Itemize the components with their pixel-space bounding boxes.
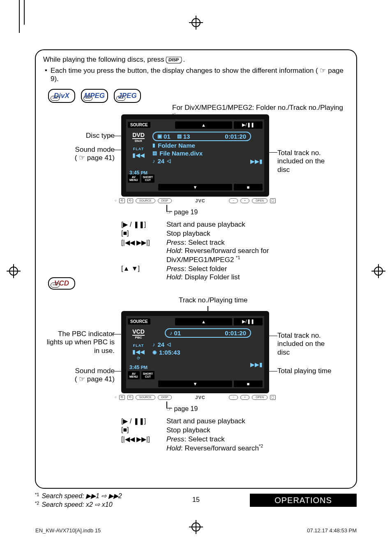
folder-name: Folder Name [158,142,195,149]
vcd-badge: VCD [48,277,75,290]
short-cut-button[interactable]: SHORT CUT [141,174,155,183]
file-name: File Name.divx [159,150,203,157]
next-track-button[interactable]: ▶▶▮ [250,361,263,368]
clock-time: 3:45 [129,364,139,370]
press-label: Press [166,435,184,443]
note-icon: ♪ [152,158,155,164]
bezel-button[interactable]: ⟲ [119,198,125,203]
bullet-icon: • [45,66,47,83]
intro-bullet: • Each time you press the button, the di… [45,66,349,83]
vol-up-button[interactable]: + [240,395,249,400]
av-menu-button[interactable]: AV MENU [128,371,140,379]
av-menu-button[interactable]: AV MENU [128,174,140,183]
control-row: [▶ / ❚❚] Start and pause playback [121,417,327,425]
pbc-label: The PBC indicator lights up when PBC is … [41,330,115,355]
short-cut-button[interactable]: SHORT CUT [141,371,155,379]
lcd-area: ♪01 0:01:20 ♪24◁ ◉1:05:43 [152,328,262,368]
total-tracks: 24 [158,341,165,348]
next-track-button[interactable]: ▶▶▮ [250,158,263,165]
stop-button[interactable]: ■ [234,381,263,387]
hold-text: : Display Folder list [181,273,240,281]
jpeg-badge: JPEG [114,89,141,103]
source-button[interactable]: SOURCE [128,122,150,128]
source-bezel-button[interactable]: SOURCE [136,395,155,400]
up-button[interactable]: ▲ [175,121,232,129]
source-bezel-button[interactable]: SOURCE [136,198,155,203]
vol-up-button[interactable]: + [240,198,249,203]
file-icon: ▤ [152,150,157,156]
bezel-button[interactable]: ⟲ [119,395,125,400]
stop-button[interactable]: ■ [234,184,263,190]
control-desc: Start and pause playback [166,220,327,229]
open-button[interactable]: OPEN [252,198,267,203]
disp-bezel-button[interactable]: DISP [158,395,172,400]
play-pause-button[interactable]: ▶/❚❚ [234,318,263,325]
prev-track-button[interactable]: ▮◀◀ [127,348,150,355]
down-button[interactable]: ▼ [158,184,232,190]
play-time: 0:01:20 [225,133,246,140]
play-pause-button[interactable]: ▶/❚❚ [234,121,263,129]
control-desc: Start and pause playback [166,417,327,425]
control-row: [▶ / ❚❚] Start and pause playback [121,220,327,229]
vol-down-button[interactable]: − [229,198,238,203]
press-text: : Select track [184,239,224,246]
disc-icon [51,96,60,101]
disc-icon: ◉ [152,349,157,355]
bezel-button[interactable]: ▢ [270,395,276,400]
section-tab: OPERATIONS [250,494,357,507]
control-key: [|◀◀ ▶▶|] [121,239,166,246]
bezel-button[interactable]: ⟲ [127,395,133,400]
up-button[interactable]: ▲ [175,318,232,325]
note-icon: ♪ [170,330,173,336]
control-desc: Press: Select track Hold: Reverse/forwar… [166,435,327,453]
disc-icon [83,96,92,101]
intro-prefix: While playing the following discs, press [43,55,164,65]
disc-icon [116,96,125,101]
sound-mode-label: Sound mode ( ☞ page 41) [49,146,115,162]
intro-bullet-text: Each time you press the button, the disp… [51,66,349,83]
control-desc: Stop playback [166,426,327,434]
track-no: 01 [174,330,181,337]
head-unit-display: SOURCE ▲ ▶/❚❚ DVD DivX FLAT ▮◀◀ 3:45 PM [121,114,269,197]
controls-table: [▶ / ❚❚] Start and pause playback [■] St… [121,220,327,282]
lcd-area: ▣ 01 ▤13 0:01:20 ▮Folder Name ▤File Name… [152,132,262,171]
disc-type-indicator: DVD [132,132,145,139]
control-desc: Press: Select folder Hold: Display Folde… [166,265,327,281]
press-label: Press [166,239,184,246]
control-desc: Press: Select track Hold: Reverse/forwar… [166,239,327,264]
disc-subtype-indicator: DivX [127,139,150,143]
device-bezel: ○ ⟲ ⟲ SOURCE DISP JVC − + OPEN ▢ [115,393,276,402]
vol-down-button[interactable]: − [229,395,238,400]
registration-mark-icon [9,267,18,276]
intro-line: While playing the following discs, press… [43,55,349,65]
open-button[interactable]: OPEN [252,395,267,400]
press-label: Press [166,265,184,273]
hold-label: Hold [166,444,181,452]
device-left-panel: DVD DivX FLAT ▮◀◀ 3:45 PM [127,132,150,176]
format-badge-row: DivX MPEG JPEG [48,89,349,103]
source-button[interactable]: SOURCE [128,318,150,325]
disc-icon [51,283,60,288]
bezel-button[interactable]: ▢ [270,198,276,203]
control-key: [■] [121,230,166,237]
top-callout: Track no./Playing time [179,296,248,304]
sound-mode-label: Sound mode ( ☞ page 41) [49,367,115,384]
section1-diagram: For DivX/MPEG1/MPEG2: Folder no./Track n… [43,106,349,299]
hold-text: : Reverse/forward search for DivX/MPEG1/… [166,247,269,264]
prev-track-button[interactable]: ▮◀◀ [127,152,150,158]
controls-table: [▶ / ❚❚] Start and pause playback [■] St… [121,416,327,453]
down-button[interactable]: ▼ [158,381,232,387]
arrow-left-icon: ◁ [167,341,171,347]
disp-bezel-button[interactable]: DISP [158,198,172,203]
control-key: [▶ / ❚❚] [121,417,166,425]
footer-right: 07.12.17 4:48:53 PM [307,527,357,534]
reset-icon: ○ [115,395,117,399]
crop-line [24,0,25,25]
label-ref: ( ☞ page 41) [75,154,115,162]
total-tracks: 24 [158,158,165,165]
clock-ampm: PM [141,365,148,370]
brand-logo: JVC [195,395,205,400]
device-left-panel: VCD PBC FLAT ▮◀◀ ⟳ 3:45 PM [127,328,150,370]
bezel-button[interactable]: ⟲ [127,198,133,203]
footnote-marker: *2 [259,443,263,448]
